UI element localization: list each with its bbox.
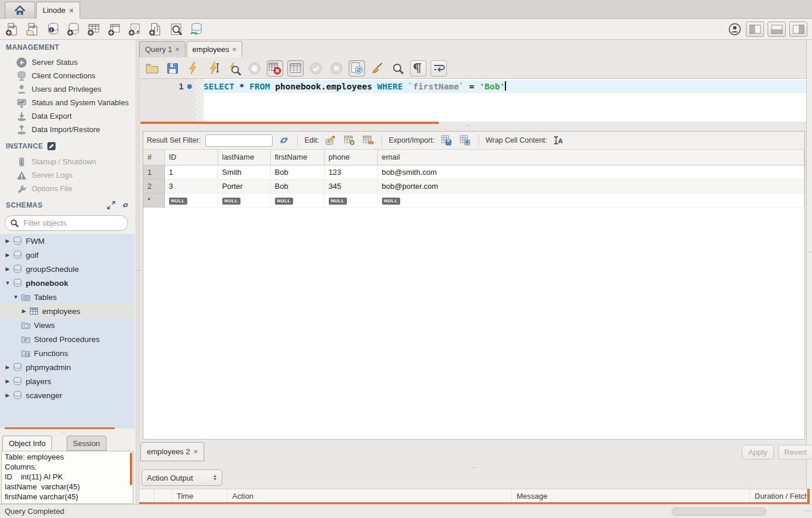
info-tab-object-info[interactable]: Object Info: [2, 436, 52, 451]
tree-item-players[interactable]: ▶players: [0, 374, 135, 388]
toggle-autocommit-button[interactable]: [349, 60, 365, 77]
grid-cell[interactable]: NULL: [270, 193, 324, 207]
toggle-stop-on-error-button[interactable]: [267, 60, 283, 77]
sidebar-item-data-import-restore[interactable]: Data Import/Restore: [0, 123, 136, 136]
close-icon[interactable]: ×: [194, 447, 198, 456]
chevron-down-icon[interactable]: ▼: [4, 280, 12, 286]
refresh-schemas-icon[interactable]: [121, 201, 130, 209]
sidebar-item-startup-shutdown[interactable]: Startup / Shutdown: [0, 155, 136, 168]
grid-cell[interactable]: NULL: [164, 193, 218, 207]
sidebar-item-server-logs[interactable]: Server Logs: [0, 168, 136, 182]
new-row-marker[interactable]: *: [143, 193, 164, 207]
grid-cell[interactable]: NULL: [218, 193, 270, 207]
rollback-button[interactable]: [328, 60, 345, 77]
horizontal-scrollbar-thumb[interactable]: [672, 507, 766, 516]
tab-query-1[interactable]: Query 1×: [139, 41, 185, 57]
create-view-button[interactable]: [107, 22, 122, 37]
limit-rows-button[interactable]: [287, 60, 304, 77]
schema-inspector-button[interactable]: i: [46, 22, 61, 37]
sidebar-item-status-system-variables[interactable]: Status and System Variables: [0, 96, 136, 109]
show-invisibles-button[interactable]: [410, 60, 426, 77]
grid-cell[interactable]: 1: [164, 165, 218, 179]
execute-current-statement-button[interactable]: [205, 60, 222, 77]
apply-button[interactable]: Apply: [742, 445, 774, 460]
chevron-right-icon[interactable]: ▶: [4, 364, 12, 370]
chevron-right-icon[interactable]: ▶: [4, 266, 12, 272]
home-tab[interactable]: [5, 2, 35, 19]
output-column-time[interactable]: Time: [172, 489, 228, 503]
tree-item-golf[interactable]: ▶golf: [0, 248, 135, 262]
stop-query-button[interactable]: [246, 60, 263, 77]
row-number[interactable]: 2: [143, 179, 164, 193]
row-number[interactable]: 1: [143, 165, 164, 179]
chevron-right-icon[interactable]: ▶: [20, 308, 28, 314]
search-table-data-button[interactable]: [168, 22, 184, 37]
execute-script-button[interactable]: [185, 60, 201, 77]
tree-item-tables[interactable]: ▼Tables: [0, 290, 135, 304]
grid-cell[interactable]: 345: [324, 179, 377, 193]
close-icon[interactable]: ×: [69, 6, 74, 15]
grid-cell[interactable]: NULL: [324, 193, 377, 207]
result-filter-input[interactable]: [205, 134, 273, 147]
create-schema-button[interactable]: [66, 22, 81, 37]
sql-editor[interactable]: 1 SELECT * FROM phonebook.employees WHER…: [139, 78, 806, 122]
sql-code-line[interactable]: SELECT * FROM phonebook.employees WHERE …: [204, 80, 806, 93]
reconnect-dbms-button[interactable]: [189, 22, 204, 37]
output-selector[interactable]: Action Output ▲▼: [142, 469, 222, 486]
column-header-rownum[interactable]: #: [143, 150, 164, 165]
sidebar-item-users-and-privileges[interactable]: Users and Privileges: [0, 82, 136, 96]
grid-cell[interactable]: Bob: [270, 179, 324, 193]
resultset-tab[interactable]: employees 2 ×: [140, 442, 204, 461]
connection-tab[interactable]: Linode ×: [36, 2, 80, 19]
editor-result-splitter[interactable]: ⋯: [465, 122, 472, 129]
toggle-word-wrap-button[interactable]: [431, 60, 447, 77]
sidebar-item-server-status[interactable]: Server Status: [0, 56, 136, 69]
column-header-firstname[interactable]: firstName: [270, 150, 324, 165]
sidebar-item-data-export[interactable]: Data Export: [0, 109, 136, 123]
open-sql-script-button[interactable]: SQL: [25, 22, 40, 37]
refresh-resultset-button[interactable]: [277, 135, 291, 146]
output-column-blank[interactable]: [154, 489, 172, 503]
chevron-right-icon[interactable]: ▶: [4, 378, 12, 384]
grid-cell[interactable]: Bob: [270, 165, 324, 179]
right-panel-splitter[interactable]: ⋯: [806, 40, 812, 504]
create-function-button[interactable]: (): [148, 22, 163, 37]
chevron-right-icon[interactable]: ▶: [4, 392, 12, 398]
output-splitter[interactable]: ⋯: [471, 464, 477, 471]
close-icon[interactable]: ×: [232, 45, 237, 54]
revert-button[interactable]: Revert: [778, 445, 812, 460]
import-recordset-button[interactable]: [458, 135, 472, 146]
close-icon[interactable]: ×: [175, 45, 180, 54]
toggle-right-panel-button[interactable]: [789, 22, 807, 37]
insert-row-button[interactable]: [342, 135, 356, 146]
grid-cell[interactable]: bob@porter.com: [377, 179, 804, 193]
connection-user-button[interactable]: [727, 22, 742, 37]
output-column-duration-fetch[interactable]: Duration / Fetch: [750, 489, 807, 503]
commit-button[interactable]: [308, 60, 324, 77]
tree-item-functions[interactable]: ()Functions: [0, 346, 135, 360]
resize-grip[interactable]: ⋯: [805, 508, 811, 514]
edit-cell-button[interactable]: [324, 135, 338, 146]
schema-filter-input[interactable]: [22, 218, 128, 228]
column-header-email[interactable]: email: [377, 150, 804, 165]
save-script-button[interactable]: [164, 60, 181, 77]
column-header-id[interactable]: ID: [164, 150, 218, 165]
tree-item-employees[interactable]: ▶employees: [0, 304, 135, 318]
grid-cell[interactable]: 3: [164, 179, 218, 193]
create-procedure-button[interactable]: [128, 22, 143, 37]
selector-stepper-icon[interactable]: ▲▼: [213, 474, 217, 481]
tree-item-phpmyadmin[interactable]: ▶phpmyadmin: [0, 360, 135, 374]
chevron-right-icon[interactable]: ▶: [4, 252, 12, 258]
beautify-script-button[interactable]: [369, 60, 386, 77]
toggle-left-panel-button[interactable]: [746, 22, 764, 37]
new-sql-tab-button[interactable]: SQL: [5, 22, 20, 37]
open-file-button[interactable]: [144, 60, 160, 77]
wrap-cell-content-button[interactable]: A: [552, 136, 565, 145]
tree-item-views[interactable]: Views: [0, 318, 135, 332]
expand-schemas-icon[interactable]: [107, 201, 115, 209]
grid-cell[interactable]: 123: [324, 165, 377, 179]
toggle-bottom-panel-button[interactable]: [768, 22, 786, 37]
instance-edit-icon[interactable]: [47, 141, 56, 151]
output-column-message[interactable]: Message: [512, 489, 750, 503]
info-scrollbar[interactable]: [130, 453, 132, 485]
